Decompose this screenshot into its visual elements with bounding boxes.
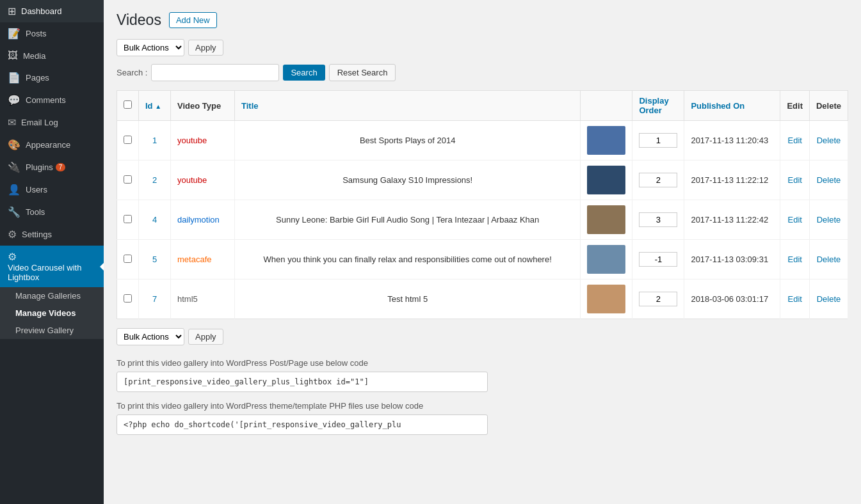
select-all-checkbox[interactable] xyxy=(124,100,132,109)
delete-link-2[interactable]: Delete xyxy=(817,215,841,224)
bulk-actions-select-top[interactable]: Bulk Actions xyxy=(117,39,184,56)
shortcode-box-1[interactable]: [print_responsive_video_gallery_plus_lig… xyxy=(117,372,488,392)
row-edit-3: Edit xyxy=(780,240,810,280)
table-body: 1 youtube Best Sports Plays of 2014 2017… xyxy=(117,121,848,319)
row-videotype-4: html5 xyxy=(171,280,235,319)
sidebar-item-dashboard[interactable]: ⊞ Dashboard xyxy=(0,0,104,22)
appearance-icon: 🎨 xyxy=(8,139,20,151)
table-row: 4 dailymotion Sunny Leone: Barbie Girl F… xyxy=(117,200,848,240)
th-published-on: Published On xyxy=(684,91,780,121)
search-input[interactable] xyxy=(151,64,279,81)
sidebar-arrow xyxy=(100,263,104,271)
row-order-input-2[interactable] xyxy=(639,212,677,227)
shortcode-box-2[interactable]: <?php echo do_shortcode('[print_responsi… xyxy=(117,414,488,435)
sidebar-label-media: Media xyxy=(23,51,45,61)
row-order-input-1[interactable] xyxy=(639,173,677,187)
edit-link-4[interactable]: Edit xyxy=(787,294,801,304)
row-edit-2: Edit xyxy=(780,200,810,240)
sidebar: ⊞ Dashboard 📝 Posts 🖼 Media 📄 Pages 💬 Co… xyxy=(0,0,104,504)
sidebar-subitem-manage-videos[interactable]: Manage Videos xyxy=(0,304,104,322)
tools-icon: 🔧 xyxy=(8,206,20,218)
sidebar-label-comments: Comments xyxy=(26,95,66,105)
sidebar-submenu: Manage Galleries Manage Videos Preview G… xyxy=(0,287,104,339)
sidebar-subitem-preview-gallery[interactable]: Preview Gallery xyxy=(0,322,104,339)
row-published-2: 2017-11-13 11:22:42 xyxy=(684,200,780,240)
th-published-on-link[interactable]: Published On xyxy=(691,101,744,111)
delete-link-3[interactable]: Delete xyxy=(817,255,841,264)
sidebar-item-video-carousel[interactable]: ⚙ Video Carousel with Lightbox xyxy=(0,246,104,287)
row-order-input-0[interactable] xyxy=(639,133,677,148)
row-delete-1: Delete xyxy=(809,161,848,200)
videos-table: Id ▲ Video Type Title Display Order Publ… xyxy=(117,90,848,319)
posts-icon: 📝 xyxy=(8,28,20,40)
sidebar-item-tools[interactable]: 🔧 Tools xyxy=(0,201,104,223)
bulk-actions-select-bottom[interactable]: Bulk Actions xyxy=(117,328,184,345)
search-button[interactable]: Search xyxy=(283,65,325,81)
edit-link-2[interactable]: Edit xyxy=(787,215,801,224)
sidebar-label-tools: Tools xyxy=(26,207,45,217)
th-id-link[interactable]: Id ▲ xyxy=(145,101,161,111)
delete-link-1[interactable]: Delete xyxy=(817,175,841,185)
row-thumb-3 xyxy=(581,240,632,280)
row-order-input-4[interactable] xyxy=(639,292,677,306)
th-checkbox xyxy=(117,91,139,121)
row-delete-0: Delete xyxy=(809,121,848,161)
row-checkbox-3 xyxy=(117,240,139,280)
row-select-3[interactable] xyxy=(124,255,132,263)
row-order-4 xyxy=(632,280,684,319)
shortcode-label-2: To print this video gallery into WordPre… xyxy=(117,401,848,411)
sidebar-item-appearance[interactable]: 🎨 Appearance xyxy=(0,134,104,156)
row-order-2 xyxy=(632,200,684,240)
sidebar-subitem-manage-galleries[interactable]: Manage Galleries xyxy=(0,287,104,304)
bottom-toolbar: Bulk Actions Apply xyxy=(117,328,848,345)
row-id-0: 1 xyxy=(139,121,171,161)
edit-link-3[interactable]: Edit xyxy=(787,255,801,264)
apply-button-top[interactable]: Apply xyxy=(188,40,223,56)
sidebar-item-comments[interactable]: 💬 Comments xyxy=(0,89,104,111)
row-videotype-3: metacafe xyxy=(171,240,235,280)
sidebar-item-media[interactable]: 🖼 Media xyxy=(0,45,104,67)
table-row: 7 html5 Test html 5 2018-03-06 03:01:17 … xyxy=(117,280,848,319)
row-videotype-2: dailymotion xyxy=(171,200,235,240)
th-display-order: Display Order xyxy=(632,91,684,121)
row-title-3: When you think you can finally relax and… xyxy=(235,240,581,280)
row-select-1[interactable] xyxy=(124,175,132,184)
search-row: Search : Search Reset Search xyxy=(117,64,848,81)
row-edit-1: Edit xyxy=(780,161,810,200)
row-thumb-2 xyxy=(581,200,632,240)
sidebar-item-users[interactable]: 👤 Users xyxy=(0,178,104,201)
row-select-2[interactable] xyxy=(124,215,132,223)
row-id-3: 5 xyxy=(139,240,171,280)
plugins-badge: 7 xyxy=(56,163,66,171)
row-checkbox-1 xyxy=(117,161,139,200)
th-display-order-link[interactable]: Display Order xyxy=(639,96,668,115)
row-published-3: 2017-11-13 03:09:31 xyxy=(684,240,780,280)
page-title: Videos xyxy=(117,12,161,29)
edit-link-1[interactable]: Edit xyxy=(787,175,801,185)
row-select-4[interactable] xyxy=(124,294,132,303)
apply-button-bottom[interactable]: Apply xyxy=(188,329,223,345)
page-title-row: Videos Add New xyxy=(117,12,848,29)
delete-link-4[interactable]: Delete xyxy=(817,294,841,304)
delete-link-0[interactable]: Delete xyxy=(817,136,841,145)
row-delete-2: Delete xyxy=(809,200,848,240)
th-delete: Delete xyxy=(809,91,848,121)
sidebar-item-settings[interactable]: ⚙ Settings xyxy=(0,223,104,246)
row-select-0[interactable] xyxy=(124,136,132,144)
th-title-link[interactable]: Title xyxy=(241,101,259,111)
row-edit-0: Edit xyxy=(780,121,810,161)
add-new-button[interactable]: Add New xyxy=(169,12,217,28)
sidebar-label-appearance: Appearance xyxy=(26,140,70,150)
plugins-icon: 🔌 xyxy=(8,161,20,173)
sidebar-item-posts[interactable]: 📝 Posts xyxy=(0,22,104,45)
row-checkbox-2 xyxy=(117,200,139,240)
edit-link-0[interactable]: Edit xyxy=(787,136,801,145)
row-videotype-0: youtube xyxy=(171,121,235,161)
sidebar-item-email-log[interactable]: ✉ Email Log xyxy=(0,111,104,134)
reset-search-button[interactable]: Reset Search xyxy=(329,64,396,81)
row-order-input-3[interactable] xyxy=(639,252,677,267)
sidebar-item-plugins[interactable]: 🔌 Plugins 7 xyxy=(0,156,104,178)
sidebar-label-plugins: Plugins xyxy=(26,162,53,172)
sidebar-item-pages[interactable]: 📄 Pages xyxy=(0,67,104,89)
top-toolbar: Bulk Actions Apply xyxy=(117,39,848,56)
